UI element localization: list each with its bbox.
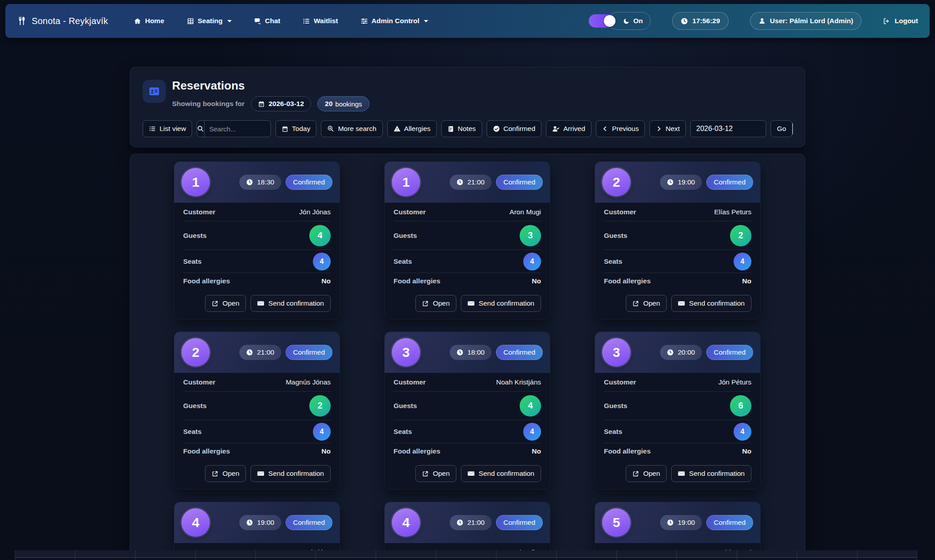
- customer-name: Elías Peturs: [714, 208, 751, 216]
- confirmed-filter-button[interactable]: Confirmed: [487, 120, 542, 137]
- time-pill: 18:30: [239, 175, 281, 190]
- time-value: 19:00: [678, 519, 695, 527]
- seats-count-badge: 4: [734, 423, 751, 441]
- reservation-card-header: 2 21:00 Confirmed: [174, 332, 340, 373]
- guests-count-badge: 6: [730, 395, 751, 417]
- chevron-right-icon: [656, 126, 662, 132]
- reservation-card-body: Customer Noah Kristjáns Guests 4 Seats 4…: [385, 373, 550, 459]
- guests-count-badge: 4: [520, 395, 541, 417]
- open-button[interactable]: Open: [415, 295, 456, 312]
- external-link-icon: [212, 300, 218, 307]
- allergies-filter-button[interactable]: Allergies: [387, 120, 437, 137]
- nav-item-seating[interactable]: Seating: [187, 17, 232, 25]
- seats-count-badge: 4: [523, 423, 541, 441]
- notes-filter-button[interactable]: Notes: [441, 120, 482, 137]
- open-button[interactable]: Open: [626, 295, 667, 312]
- customer-name: Noah Kristjáns: [496, 378, 541, 386]
- open-button[interactable]: Open: [415, 465, 456, 482]
- nav-item-chat[interactable]: Chat: [254, 17, 280, 25]
- date-badge: 2026-03-12: [251, 96, 311, 111]
- table-number-badge: 4: [181, 508, 210, 537]
- guests-count-badge: 4: [309, 225, 331, 246]
- clock-icon: [667, 519, 674, 526]
- chat-icon: [254, 17, 262, 25]
- person-check-icon: [552, 125, 560, 133]
- time-value: 18:00: [468, 348, 485, 356]
- open-button[interactable]: Open: [205, 295, 246, 312]
- send-confirmation-button[interactable]: Send confirmation: [671, 465, 751, 482]
- reservation-card-body: Customer Jón Jónas Guests 4 Seats 4 Food…: [174, 203, 340, 289]
- reservation-card-body: Customer Magnús Jónas Guests 2 Seats 4 F…: [174, 373, 340, 459]
- toggle-knob[interactable]: [604, 15, 615, 27]
- user-label: User: Pálmi Lord (Admin): [770, 17, 853, 25]
- reservation-card-footer: Open Send confirmation: [385, 459, 550, 489]
- guests-label: Guests: [394, 232, 417, 240]
- send-confirmation-button[interactable]: Send confirmation: [250, 465, 331, 482]
- open-button[interactable]: Open: [205, 465, 246, 482]
- customer-name: Jón Péturs: [718, 378, 751, 386]
- allergies-label: Food allergies: [183, 277, 230, 285]
- clock-pill: 17:56:29: [672, 12, 729, 30]
- logout-button[interactable]: Logout: [883, 17, 918, 25]
- send-confirmation-button[interactable]: Send confirmation: [461, 295, 541, 312]
- user-pill[interactable]: User: Pálmi Lord (Admin): [750, 12, 862, 30]
- send-confirmation-button[interactable]: Send confirmation: [671, 295, 751, 312]
- time-value: 21:00: [468, 519, 485, 527]
- reservation-card-header: 4 21:00 Confirmed: [385, 502, 550, 543]
- reservation-card-footer: Open Send confirmation: [595, 459, 760, 489]
- nav-item-home[interactable]: Home: [134, 17, 164, 25]
- note-icon: [447, 126, 454, 132]
- seats-label: Seats: [604, 258, 622, 266]
- dark-mode-toggle[interactable]: On: [589, 12, 651, 30]
- table-number-badge: 5: [602, 508, 631, 537]
- cards-grid: 1 18:30 Confirmed Customer Jón Jónas Gue…: [174, 161, 761, 560]
- arrived-filter-button[interactable]: Arrived: [546, 120, 591, 137]
- reservation-card-header: 3 18:00 Confirmed: [385, 332, 550, 373]
- moon-icon: [623, 18, 630, 25]
- seats-count-badge: 4: [313, 423, 331, 441]
- send-confirmation-button[interactable]: Send confirmation: [461, 465, 541, 482]
- time-pill: 20:00: [660, 345, 702, 360]
- nav-item-admin-control[interactable]: Admin Control: [361, 17, 429, 25]
- table-grid-icon: [187, 17, 194, 25]
- status-badge: Confirmed: [286, 175, 333, 190]
- bookings-count-badge: 20 bookings: [317, 96, 369, 111]
- external-link-icon: [212, 470, 218, 477]
- status-badge: Confirmed: [706, 345, 754, 360]
- logout-icon: [883, 17, 890, 25]
- reservation-card: 3 18:00 Confirmed Customer Noah Kristján…: [384, 331, 550, 490]
- next-day-button[interactable]: Next: [649, 120, 686, 137]
- send-confirmation-button[interactable]: Send confirmation: [250, 295, 331, 312]
- envelope-icon: [468, 470, 475, 477]
- reservation-card: 2 19:00 Confirmed Customer Elías Peturs …: [595, 161, 761, 319]
- chevron-left-icon: [602, 126, 608, 132]
- envelope-icon: [468, 300, 475, 307]
- table-number-badge: 4: [392, 508, 420, 537]
- clock-icon: [456, 349, 463, 356]
- clock-icon: [246, 519, 253, 526]
- allergies-label: Food allergies: [394, 277, 440, 285]
- today-button[interactable]: Today: [275, 120, 316, 137]
- reservation-card: 3 20:00 Confirmed Customer Jón Péturs Gu…: [595, 331, 761, 490]
- customer-label: Customer: [183, 208, 215, 216]
- open-button[interactable]: Open: [626, 465, 667, 482]
- list-view-button[interactable]: List view: [143, 120, 192, 137]
- clock-icon: [246, 179, 253, 186]
- reservation-card-footer: Open Send confirmation: [385, 289, 550, 319]
- external-link-icon: [422, 470, 429, 477]
- customer-label: Customer: [394, 208, 426, 216]
- previous-day-button[interactable]: Previous: [596, 120, 645, 137]
- go-button[interactable]: Go: [771, 120, 792, 137]
- table-number-badge: 3: [392, 338, 420, 367]
- time-value: 19:00: [257, 519, 275, 527]
- calendar-icon: [258, 101, 265, 107]
- guests-label: Guests: [394, 402, 417, 410]
- allergies-value: No: [321, 447, 331, 455]
- search-input[interactable]: [205, 121, 271, 137]
- more-search-button[interactable]: More search: [321, 120, 382, 137]
- time-pill: 21:00: [450, 515, 492, 530]
- time-pill: 19:00: [660, 175, 702, 190]
- nav-item-waitlist[interactable]: Waitlist: [303, 17, 338, 25]
- clock-icon: [456, 519, 463, 526]
- guests-label: Guests: [604, 232, 627, 240]
